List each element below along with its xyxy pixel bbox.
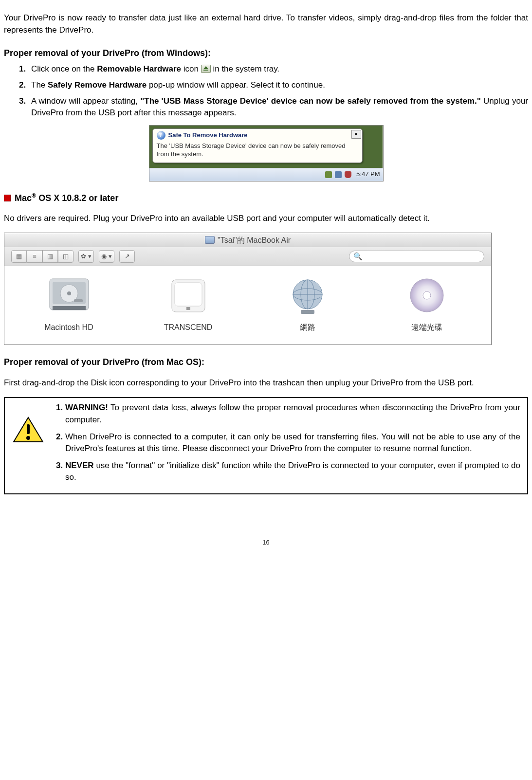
mac-removal-heading: Proper removal of your DrivePro (from Ma… xyxy=(4,356,528,368)
text: OS X 10.8.2 or later xyxy=(36,193,118,203)
page-number: 16 xyxy=(4,538,528,547)
mac-removal-body: First drag-and-drop the Disk icon corres… xyxy=(4,377,528,389)
drive-macintosh-hd: Macintosh HD xyxy=(20,275,118,333)
internal-hd-icon xyxy=(46,275,92,317)
view-columns-button: ▥ xyxy=(42,250,58,263)
finder-title: "Tsai"的 MacBook Air xyxy=(218,235,291,246)
intro-paragraph: Your DrivePro is now ready to transfer d… xyxy=(4,12,528,36)
gear-menu-button: ✿ ▾ xyxy=(78,250,94,263)
text: The xyxy=(31,80,48,90)
finder-titlebar: "Tsai"的 MacBook Air xyxy=(4,233,491,247)
svg-point-16 xyxy=(423,291,431,299)
mac-finder-screenshot: "Tsai"的 MacBook Air ▦ ≡ ▥ ◫ ✿ ▾ ◉ ▾ ↗ 🔍 xyxy=(4,233,492,345)
monitor-icon xyxy=(205,236,215,244)
text: pop-up window will appear. Select it to … xyxy=(147,80,325,90)
quicklook-button: ◉ ▾ xyxy=(99,250,114,263)
search-icon: 🔍 xyxy=(353,251,363,262)
windows-screenshot: × i Safe To Remove Hardware The 'USB Mas… xyxy=(149,125,384,181)
warning-triangle-icon xyxy=(9,417,48,444)
warning-item-3: NEVER use the "format" or "initialize di… xyxy=(65,460,520,484)
drive-transcend: TRANSCEND xyxy=(140,275,237,333)
eject-icon xyxy=(201,65,211,73)
share-group: ↗ xyxy=(119,250,135,263)
drive-network: 網路 xyxy=(259,275,356,333)
mac-intro: No drivers are required. Plug your Drive… xyxy=(4,213,528,225)
drive-label: TRANSCEND xyxy=(140,322,237,333)
svg-rect-7 xyxy=(175,283,202,306)
balloon-title: i Safe To Remove Hardware xyxy=(157,131,358,140)
eject-tray-icon xyxy=(325,171,332,178)
svg-rect-18 xyxy=(27,424,30,434)
svg-point-19 xyxy=(26,436,30,440)
finder-body: Macintosh HD TRANSCEND 網路 xyxy=(4,266,491,345)
svg-point-3 xyxy=(67,291,71,295)
removable-hardware-label: Removable Hardware xyxy=(97,64,181,73)
drive-label: Macintosh HD xyxy=(20,322,118,333)
quicklook-group: ◉ ▾ xyxy=(99,250,114,263)
warning-list: WARNING! To prevent data loss, always fo… xyxy=(52,402,520,489)
safely-remove-label: Safely Remove Hardware xyxy=(48,80,147,90)
warning-box: WARNING! To prevent data loss, always fo… xyxy=(4,397,528,494)
text: Mac xyxy=(15,193,32,203)
windows-step-2: The Safely Remove Hardware pop-up window… xyxy=(28,79,528,91)
text: use the "format" or "initialize disk" fu… xyxy=(65,461,520,482)
share-button: ↗ xyxy=(119,250,135,263)
balloon-title-text: Safe To Remove Hardware xyxy=(168,131,248,140)
text: To prevent data loss, always follow the … xyxy=(65,403,520,424)
windows-step-1: Click once on the Removable Hardware ico… xyxy=(28,63,528,75)
never-label: NEVER xyxy=(65,461,94,470)
network-globe-icon xyxy=(284,275,331,317)
windows-steps-list: Click once on the Removable Hardware ico… xyxy=(4,63,528,119)
text: Click once on the xyxy=(31,64,97,73)
warning-item-1: WARNING! To prevent data loss, always fo… xyxy=(65,402,520,426)
finder-search: 🔍 xyxy=(349,251,484,262)
system-tray: 5:47 PM xyxy=(149,168,383,181)
network-tray-icon xyxy=(335,171,342,178)
usb-mass-storage-quote: "The 'USB Mass Storage Device' device ca… xyxy=(140,96,481,106)
warning-item-2: When DrivePro is connected to a computer… xyxy=(65,431,520,455)
text: A window will appear stating, xyxy=(31,96,140,106)
drive-remote-disc: 遠端光碟 xyxy=(378,275,476,333)
tray-icons xyxy=(325,171,351,178)
external-hd-icon xyxy=(165,275,212,317)
registered-mark: ® xyxy=(32,192,36,199)
finder-toolbar: ▦ ≡ ▥ ◫ ✿ ▾ ◉ ▾ ↗ 🔍 xyxy=(4,247,491,266)
balloon-body: The 'USB Mass Storage Device' device can… xyxy=(157,142,358,159)
shield-tray-icon xyxy=(345,171,351,178)
view-list-button: ≡ xyxy=(27,250,42,263)
svg-rect-8 xyxy=(186,307,190,310)
view-coverflow-button: ◫ xyxy=(58,250,73,263)
text: in the system tray. xyxy=(213,64,279,73)
info-icon: i xyxy=(157,131,165,140)
svg-rect-14 xyxy=(301,310,314,314)
view-mode-segmented: ▦ ≡ ▥ ◫ xyxy=(11,250,73,263)
svg-rect-5 xyxy=(53,306,86,310)
drive-label: 網路 xyxy=(259,322,356,333)
windows-removal-heading: Proper removal of your DrivePro (from Wi… xyxy=(4,47,528,59)
svg-rect-4 xyxy=(74,299,83,302)
view-icons-button: ▦ xyxy=(11,250,27,263)
mac-heading: Mac® OS X 10.8.2 or later xyxy=(4,191,528,204)
close-icon: × xyxy=(351,130,361,139)
warning-label: WARNING! xyxy=(65,403,108,412)
remote-disc-icon xyxy=(404,275,450,317)
drive-label: 遠端光碟 xyxy=(378,322,476,333)
balloon-notification: × i Safe To Remove Hardware The 'USB Mas… xyxy=(152,128,363,163)
tray-clock: 5:47 PM xyxy=(356,170,380,179)
text: icon xyxy=(181,64,201,73)
action-group: ✿ ▾ xyxy=(78,250,94,263)
red-bullet-icon xyxy=(4,195,11,201)
windows-step-3: A window will appear stating, "The 'USB … xyxy=(28,95,528,119)
